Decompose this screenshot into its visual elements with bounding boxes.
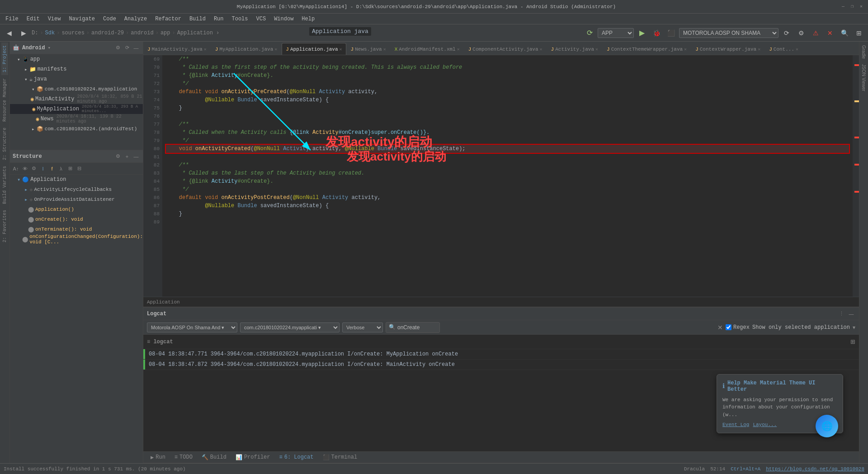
sidebar-favorites[interactable]: 2: Favorites bbox=[1, 207, 8, 245]
tab-close-cont[interactable]: ✕ bbox=[796, 47, 798, 52]
search-btn[interactable]: 🔍 bbox=[838, 27, 851, 39]
device-selector[interactable]: MOTOROLA AOSP ON SHAMA bbox=[679, 28, 778, 38]
menu-navigate[interactable]: Navigate bbox=[65, 15, 99, 23]
level-filter[interactable]: Verbose bbox=[342, 322, 383, 332]
collapse-all-btn[interactable]: ⊟ bbox=[75, 165, 83, 173]
menu-run[interactable]: Run bbox=[210, 15, 227, 23]
show-only-selected-label[interactable]: Show only selected application bbox=[752, 324, 850, 331]
tree-item-androidtest[interactable]: ▸ 📦 com.c201801020224.(androidTest) bbox=[10, 124, 143, 134]
struct-provider[interactable]: ▸ ◈ OnProvideAssistDataListener bbox=[10, 194, 143, 204]
struct-onterminate[interactable]: ⬤ onTerminate(): void bbox=[10, 224, 143, 234]
filter-btn[interactable]: ⚙ bbox=[30, 165, 38, 173]
struct-application[interactable]: ▾ 🔵 Application bbox=[10, 175, 143, 185]
sync-btn[interactable]: ⟳ bbox=[583, 27, 596, 39]
profiler-tab[interactable]: 📊 Profiler bbox=[232, 453, 274, 462]
tab-close-manifest[interactable]: ✕ bbox=[457, 47, 460, 52]
expand-btn[interactable]: ⊞ bbox=[66, 165, 74, 173]
menu-help[interactable]: Help bbox=[298, 15, 318, 23]
sidebar-resource-manager[interactable]: Resource Manager bbox=[1, 76, 8, 124]
notif-event-log[interactable]: Event Log bbox=[722, 422, 749, 427]
sort-alpha-btn[interactable]: A↑ bbox=[12, 165, 20, 173]
tab-close-contextwrapper[interactable]: ✕ bbox=[758, 47, 760, 52]
gradle-panel-btn[interactable]: Gradle bbox=[861, 43, 866, 61]
logcat-softclear-btn[interactable]: ⊞ bbox=[850, 338, 855, 345]
tab-cont[interactable]: J Cont... ✕ bbox=[765, 43, 802, 55]
menu-view[interactable]: View bbox=[44, 15, 65, 23]
run-tab[interactable]: ▶ Run bbox=[147, 453, 169, 462]
back-btn[interactable]: ◀ bbox=[3, 27, 15, 39]
tab-contextwrapper[interactable]: J ContextWrapper.java ✕ bbox=[691, 43, 764, 55]
logcat-tab[interactable]: ≡ 6: Logcat bbox=[275, 453, 317, 461]
error-btn[interactable]: ✕ bbox=[824, 27, 836, 39]
tab-contexttheme[interactable]: J ContextThemeWrapper.java ✕ bbox=[603, 43, 691, 55]
tree-item-news[interactable]: ◉ News 2020/8/4 16:11, 139 B 22 minutes … bbox=[10, 114, 143, 124]
tree-item-java[interactable]: ▾ ☕ java bbox=[10, 74, 143, 84]
sidebar-structure[interactable]: 2: Structure bbox=[1, 125, 8, 163]
warning-btn[interactable]: ⚠ bbox=[809, 27, 822, 39]
menu-build[interactable]: Build bbox=[186, 15, 209, 23]
debug-btn[interactable]: 🐞 bbox=[650, 27, 663, 39]
menu-analyze[interactable]: Analyze bbox=[121, 15, 151, 23]
tab-close-contexttheme[interactable]: ✕ bbox=[684, 47, 687, 52]
minimize-btn[interactable]: — bbox=[840, 4, 846, 10]
code-content[interactable]: /** * Called as the first step of the ac… bbox=[162, 55, 853, 297]
tab-close-mainactivity[interactable]: ✕ bbox=[204, 47, 207, 52]
struct-plus[interactable]: + bbox=[123, 152, 131, 161]
tab-news[interactable]: J News.java ✕ bbox=[347, 43, 390, 55]
tab-close-component[interactable]: ✕ bbox=[540, 47, 542, 52]
field-btn[interactable]: f bbox=[48, 165, 56, 173]
logcat-search-box[interactable]: 🔍 bbox=[386, 322, 440, 333]
maximize-btn[interactable]: ❐ bbox=[849, 4, 855, 10]
tree-item-myapplication[interactable]: ◉ MyApplication 2020/8/4 18:33, 293 B A … bbox=[10, 104, 143, 114]
sync-icon[interactable]: ⟳ bbox=[123, 44, 131, 52]
close-btn[interactable]: ✕ bbox=[858, 4, 864, 10]
menu-vcs[interactable]: VCS bbox=[253, 15, 270, 23]
package-filter[interactable]: com.c201801020224.myapplicati ▾ bbox=[240, 322, 340, 332]
json-panel-btn[interactable]: JSON Viewer bbox=[861, 62, 866, 93]
layout-btn[interactable]: ⊞ bbox=[853, 27, 865, 39]
anon-btn[interactable]: λ bbox=[57, 165, 65, 173]
logcat-menu-btn[interactable]: ⋮ bbox=[837, 310, 845, 318]
settings-btn[interactable]: ⚙ bbox=[795, 27, 807, 39]
todo-tab[interactable]: ≡ TODO bbox=[171, 453, 196, 461]
struct-onconfigchange[interactable]: ⬤ onConfigurationChanged(Configuration):… bbox=[10, 234, 143, 244]
struct-lifecycle[interactable]: ▸ ◈ ActivityLifecycleCallbacks bbox=[10, 185, 143, 194]
device-filter[interactable]: Motorola AOSP On Shama And ▾ bbox=[147, 322, 237, 332]
logcat-minimize-btn[interactable]: — bbox=[847, 310, 855, 318]
notif-layout[interactable]: Layou... bbox=[753, 422, 777, 427]
regex-checkbox[interactable] bbox=[726, 324, 731, 330]
tree-item-package[interactable]: ▾ 📦 com.c201801020224.myapplication bbox=[10, 84, 143, 94]
struct-constructor[interactable]: ⬤ Application() bbox=[10, 204, 143, 214]
regex-label[interactable]: Regex bbox=[726, 324, 750, 331]
forward-btn[interactable]: ▶ bbox=[17, 27, 30, 39]
struct-oncreate[interactable]: ⬤ onCreate(): void bbox=[10, 214, 143, 224]
menu-file[interactable]: File bbox=[2, 15, 22, 23]
tab-mainactivity[interactable]: J MainActivity.java ✕ bbox=[143, 43, 211, 55]
tab-close-news[interactable]: ✕ bbox=[383, 47, 386, 52]
blog-link[interactable]: https://blog.csdn.net/qq_10010028 bbox=[766, 466, 864, 472]
gear-icon[interactable]: ⚙ bbox=[114, 44, 122, 52]
logcat-search-input[interactable] bbox=[397, 324, 434, 331]
tab-myapplication[interactable]: J MyApplication.java ✕ bbox=[211, 43, 281, 55]
show-only-dropdown[interactable]: ▾ bbox=[853, 324, 855, 331]
terminal-tab[interactable]: ⬛ Terminal bbox=[319, 453, 361, 462]
run-btn[interactable]: ▶ bbox=[636, 27, 648, 39]
menu-code[interactable]: Code bbox=[99, 15, 120, 23]
tab-close-application[interactable]: ✕ bbox=[340, 47, 342, 52]
sidebar-build-variants[interactable]: Build Variants bbox=[1, 163, 8, 207]
struct-gear[interactable]: ⚙ bbox=[114, 152, 122, 161]
tree-item-mainactivity[interactable]: ◉ MainActivity 2020/8/4 18:32, 859 B 21 … bbox=[10, 94, 143, 104]
stop-btn[interactable]: ⬛ bbox=[665, 27, 677, 39]
build-tab[interactable]: 🔨 Build bbox=[198, 453, 230, 462]
struct-minus[interactable]: — bbox=[132, 152, 140, 161]
tab-componentactivity[interactable]: J ComponentActivity.java ✕ bbox=[464, 43, 547, 55]
app-selector[interactable]: APP bbox=[598, 28, 634, 38]
project-dropdown[interactable]: ▾ bbox=[47, 45, 51, 51]
sidebar-project[interactable]: 1: Project bbox=[1, 43, 8, 75]
collapse-icon[interactable]: — bbox=[132, 44, 140, 52]
tab-close-myapplication[interactable]: ✕ bbox=[274, 47, 277, 52]
tab-application[interactable]: J Application.java ✕ bbox=[282, 43, 346, 55]
tree-item-app[interactable]: ▾ 📱 app bbox=[10, 54, 143, 64]
clear-logcat-btn[interactable]: ✕ bbox=[717, 324, 723, 331]
menu-refactor[interactable]: Refactor bbox=[151, 15, 185, 23]
